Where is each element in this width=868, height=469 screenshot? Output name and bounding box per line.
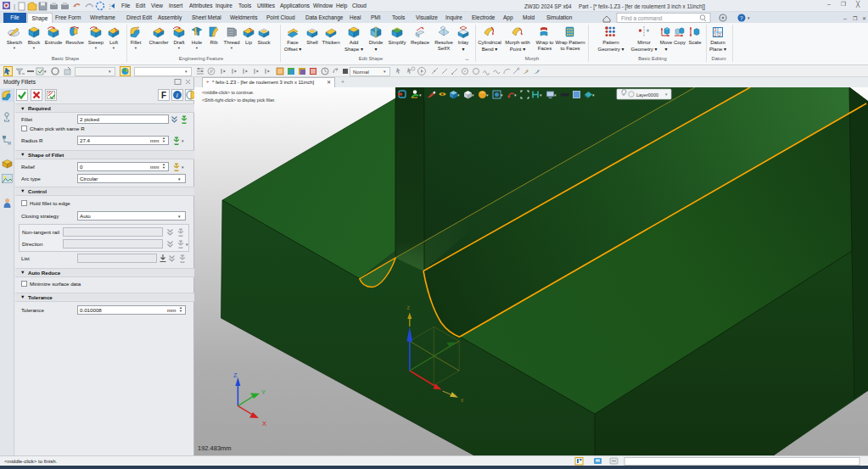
svg-text:|: |	[14, 3, 15, 10]
svg-text:2: 2	[719, 32, 721, 37]
svg-text:✕: ✕	[862, 16, 866, 21]
svg-text:–: –	[843, 15, 847, 21]
svg-text:<Shift-right-click> to display: <Shift-right-click> to display pick filt…	[202, 98, 276, 103]
svg-text:Layer0000: Layer0000	[636, 92, 658, 98]
svg-text:192.483mm: 192.483mm	[198, 444, 232, 452]
svg-text:❐: ❐	[853, 16, 858, 21]
svg-text:z: z	[407, 304, 410, 310]
svg-text:Find a command: Find a command	[621, 15, 663, 21]
svg-text:F: F	[161, 91, 166, 100]
svg-text:<middle-click> to continue.: <middle-click> to continue.	[202, 90, 254, 95]
svg-text:1: 1	[714, 32, 717, 37]
svg-text:Y: Y	[261, 388, 266, 396]
svg-text:i: i	[176, 92, 178, 99]
svg-text:X: X	[262, 420, 266, 427]
svg-text:Z: Z	[233, 371, 238, 379]
svg-text:?: ?	[740, 15, 743, 21]
svg-text:▾: ▾	[748, 15, 750, 20]
